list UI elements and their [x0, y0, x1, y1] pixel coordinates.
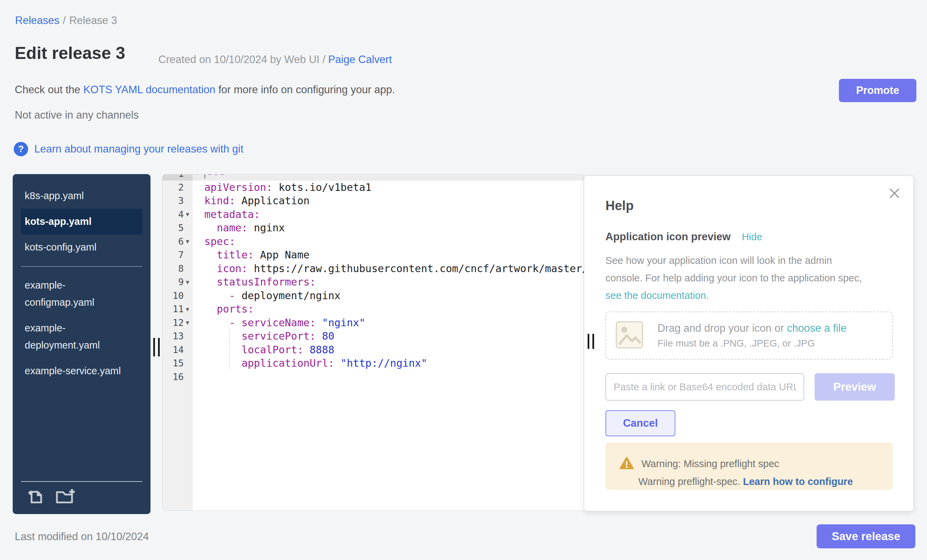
hide-link[interactable]: Hide — [742, 231, 763, 242]
description-line-1: See how your application icon will look … — [605, 252, 862, 269]
page-title: Edit release 3 — [15, 43, 125, 63]
warning-body-row: Warning preflight-spec. Learn how to con… — [638, 476, 853, 487]
icon-preview-description: See how your application icon will look … — [605, 252, 862, 304]
new-file-button[interactable] — [26, 486, 45, 507]
code-line-12: - serviceName: "nginx" — [193, 316, 585, 330]
icon-dropzone[interactable]: Drag and drop your icon or choose a file… — [605, 311, 893, 360]
breadcrumb: Releases/Release 3 — [15, 14, 117, 27]
kots-yaml-docs-link[interactable]: KOTS YAML documentation — [83, 83, 215, 96]
dropzone-hint: File must be a .PNG, .JPEG, or .JPG — [658, 338, 846, 349]
code-line-5: name: nginx — [193, 221, 585, 235]
image-placeholder-icon — [615, 320, 644, 351]
code-line-8: icon: https://raw.githubusercontent.com/… — [193, 262, 585, 276]
last-modified-text: Last modified on 10/10/2024 — [15, 531, 149, 543]
channel-status: Not active in any channels — [15, 109, 139, 121]
breadcrumb-releases-link[interactable]: Releases — [15, 14, 59, 26]
line-number-12[interactable]: 12▾ — [163, 316, 193, 330]
line-number-10: 10 — [163, 289, 193, 303]
fold-arrow-icon[interactable]: ▾ — [184, 319, 191, 326]
line-number-1: 1 — [163, 175, 193, 181]
file-tree-divider — [21, 266, 142, 267]
warning-title-row: Warning: Missing preflight spec — [620, 456, 779, 471]
indent-guide — [229, 343, 230, 357]
new-folder-icon — [54, 501, 77, 507]
indent-guide — [229, 357, 230, 370]
created-line: Created on 10/10/2024 by Web UI /Paige C… — [158, 53, 392, 66]
line-number-11[interactable]: 11▾ — [163, 302, 193, 316]
code-line-4: metadata: — [193, 208, 585, 222]
line-number-9[interactable]: 9▾ — [163, 275, 193, 289]
line-number-14: 14 — [163, 343, 193, 357]
fold-arrow-icon[interactable]: ▾ — [184, 237, 191, 245]
description-line-2: console. For help adding your icon to th… — [605, 269, 862, 287]
line-number-8: 8 — [163, 262, 193, 276]
line-number-15: 15 — [163, 357, 193, 370]
help-title: Help — [605, 199, 634, 213]
code-line-11: ports: — [193, 302, 585, 316]
file-tree-groups: k8s-app.yamlkots-app.yamlkots-config.yam… — [13, 174, 150, 384]
save-release-button[interactable]: Save release — [817, 524, 915, 548]
docs-hint-prefix: Check out the — [15, 83, 83, 96]
editor-gutter-column: 1234▾56▾789▾1011▾12▾13141516 — [163, 175, 193, 510]
dropzone-text: Drag and drop your icon or — [658, 322, 787, 334]
sidebar-bottom-divider — [21, 481, 142, 482]
new-file-icon — [26, 501, 45, 507]
editor-code-area[interactable]: ---apiVersion: kots.io/v1beta1kind: Appl… — [193, 175, 585, 510]
editor-code-lines: ---apiVersion: kots.io/v1beta1kind: Appl… — [193, 175, 585, 384]
edit-release-page: Releases/Release 3 Edit release 3 Create… — [0, 0, 927, 560]
text-cursor — [204, 175, 205, 179]
file-item-kots-config.yaml[interactable]: kots-config.yaml — [21, 234, 142, 260]
code-line-6: spec: — [193, 235, 585, 249]
fold-arrow-icon[interactable]: ▾ — [184, 278, 191, 286]
promote-button[interactable]: Promote — [839, 79, 916, 102]
code-line-7: title: App Name — [193, 248, 585, 262]
choose-file-link[interactable]: choose a file — [787, 322, 846, 334]
fold-arrow-icon[interactable]: ▾ — [184, 210, 191, 218]
line-number-6[interactable]: 6▾ — [163, 235, 193, 249]
file-item-example-deployment.yaml[interactable]: example-deployment.yaml — [21, 315, 142, 358]
icon-preview-title: Application icon preview — [605, 231, 731, 243]
warning-icon — [620, 456, 634, 471]
yaml-editor[interactable]: 1234▾56▾789▾1011▾12▾13141516 ---apiVersi… — [162, 174, 585, 511]
configure-preflight-link[interactable]: Learn how to configure — [743, 476, 853, 487]
file-tree-sidebar: k8s-app.yamlkots-app.yamlkots-config.yam… — [13, 174, 150, 514]
file-item-k8s-app.yaml[interactable]: k8s-app.yaml — [21, 183, 142, 209]
icon-url-input[interactable] — [605, 373, 804, 401]
warning-title: Warning: Missing preflight spec — [641, 458, 779, 469]
help-panel-resize-handle[interactable] — [588, 334, 594, 349]
close-icon — [889, 195, 900, 200]
file-item-example-service.yaml[interactable]: example-service.yaml — [21, 358, 142, 384]
breadcrumb-current: Release 3 — [69, 14, 117, 26]
icon-preview-section-header: Application icon preview Hide — [605, 231, 762, 243]
help-close-button[interactable] — [889, 187, 900, 200]
question-icon: ? — [14, 142, 28, 156]
cancel-button[interactable]: Cancel — [605, 410, 675, 436]
git-help-row: ? Learn about managing your releases wit… — [14, 142, 243, 156]
new-folder-button[interactable] — [54, 486, 77, 507]
line-number-5: 5 — [163, 221, 193, 235]
breadcrumb-separator: / — [63, 14, 66, 26]
line-number-7: 7 — [163, 248, 193, 262]
preview-button[interactable]: Preview — [815, 373, 895, 401]
file-item-example-configmap.yaml[interactable]: example-configmap.yaml — [21, 272, 142, 315]
line-number-16: 16 — [163, 370, 193, 384]
sidebar-resize-handle[interactable] — [153, 338, 160, 357]
indent-guide — [229, 329, 230, 343]
file-item-kots-app.yaml[interactable]: kots-app.yaml — [21, 209, 142, 234]
created-by-link[interactable]: Paige Calvert — [328, 53, 392, 65]
created-text: Created on 10/10/2024 by Web UI / — [158, 53, 325, 65]
editor-gutter: 1234▾56▾789▾1011▾12▾13141516 — [163, 175, 193, 384]
git-releases-link[interactable]: Learn about managing your releases with … — [34, 143, 243, 155]
description-period: . — [706, 290, 709, 301]
line-number-4[interactable]: 4▾ — [163, 208, 193, 222]
line-number-13: 13 — [163, 329, 193, 343]
fold-arrow-icon[interactable]: ▾ — [184, 305, 191, 313]
see-documentation-link[interactable]: see the documentation — [605, 290, 706, 301]
code-line-10: - deployment/nginx — [193, 289, 585, 303]
warning-body: Warning preflight-spec. — [638, 476, 743, 487]
docs-hint-line: Check out the KOTS YAML documentation fo… — [15, 83, 395, 96]
code-line-2: apiVersion: kots.io/v1beta1 — [193, 181, 585, 194]
code-line-3: kind: Application — [193, 194, 585, 208]
code-line-1: --- — [193, 175, 585, 181]
preflight-warning-box: Warning: Missing preflight spec Warning … — [605, 442, 893, 490]
